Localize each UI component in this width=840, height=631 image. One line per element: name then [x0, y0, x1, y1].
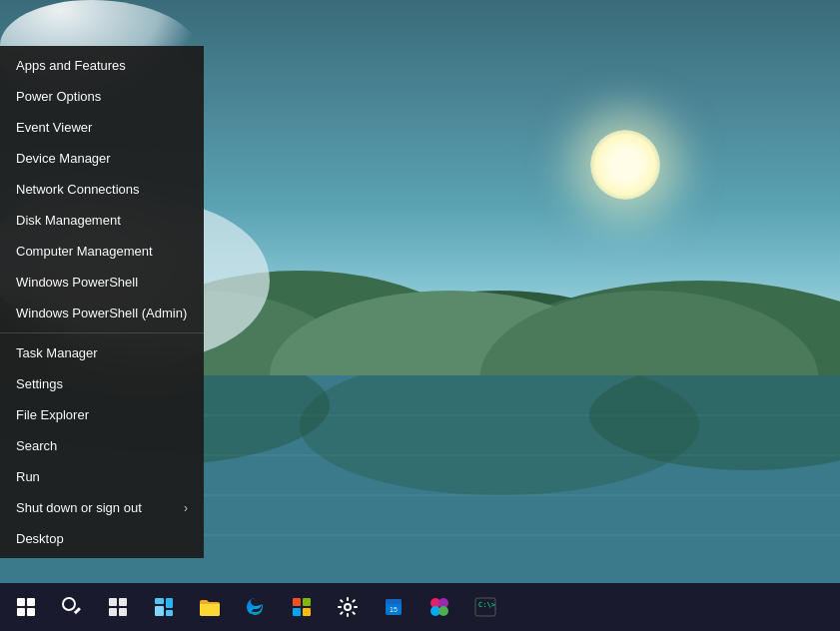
menu-item-windows-powershell-admin[interactable]: Windows PowerShell (Admin) — [0, 298, 204, 328]
windows-icon — [17, 598, 35, 616]
calendar-icon: 15 — [384, 597, 404, 617]
svg-rect-28 — [303, 608, 311, 616]
settings-taskbar-button[interactable] — [326, 585, 370, 629]
widgets-button[interactable] — [142, 585, 186, 629]
file-explorer-button[interactable] — [188, 585, 232, 629]
settings-icon — [338, 597, 358, 617]
svg-text:15: 15 — [390, 606, 398, 613]
menu-item-windows-powershell[interactable]: Windows PowerShell — [0, 267, 204, 298]
menu-item-search[interactable]: Search — [0, 430, 204, 461]
menu-item-desktop[interactable]: Desktop — [0, 523, 204, 554]
svg-rect-25 — [293, 598, 301, 606]
calendar-button[interactable]: 15 — [372, 585, 416, 629]
context-menu: Apps and Features Power Options Event Vi… — [0, 46, 204, 558]
shut-down-arrow-icon: › — [184, 501, 188, 515]
terminal-button[interactable]: C:\>_ — [463, 585, 507, 629]
start-button[interactable] — [4, 585, 48, 629]
svg-rect-21 — [155, 598, 164, 604]
menu-item-device-manager[interactable]: Device Manager — [0, 143, 204, 174]
store-icon — [291, 596, 313, 618]
svg-point-29 — [345, 604, 351, 610]
task-view-button[interactable] — [96, 585, 140, 629]
app1-button[interactable] — [418, 585, 461, 629]
search-button[interactable] — [50, 585, 94, 629]
edge-button[interactable] — [234, 585, 278, 629]
svg-rect-18 — [119, 598, 127, 606]
menu-item-network-connections[interactable]: Network Connections — [0, 174, 204, 205]
menu-item-computer-management[interactable]: Computer Management — [0, 236, 204, 267]
store-button[interactable] — [280, 585, 324, 629]
svg-rect-17 — [109, 598, 117, 606]
svg-rect-24 — [166, 610, 173, 616]
svg-rect-31 — [386, 599, 402, 604]
taskbar: 15 C:\>_ — [0, 583, 840, 631]
svg-rect-20 — [119, 608, 127, 616]
menu-item-event-viewer[interactable]: Event Viewer — [0, 112, 204, 143]
menu-item-settings[interactable]: Settings — [0, 368, 204, 399]
file-explorer-icon — [199, 597, 221, 617]
search-icon — [62, 597, 82, 617]
menu-item-power-options[interactable]: Power Options — [0, 81, 204, 112]
menu-item-shut-down[interactable]: Shut down or sign out › — [0, 492, 204, 523]
svg-rect-27 — [293, 608, 301, 616]
widgets-icon — [154, 597, 174, 617]
menu-item-apps-features[interactable]: Apps and Features — [0, 50, 204, 81]
menu-item-file-explorer[interactable]: File Explorer — [0, 399, 204, 430]
terminal-icon: C:\>_ — [474, 597, 496, 617]
svg-point-36 — [438, 606, 448, 616]
svg-rect-19 — [109, 608, 117, 616]
svg-rect-22 — [155, 606, 164, 616]
svg-rect-23 — [166, 598, 173, 608]
svg-rect-26 — [303, 598, 311, 606]
svg-text:C:\>_: C:\>_ — [478, 601, 496, 609]
menu-item-task-manager[interactable]: Task Manager — [0, 337, 204, 368]
menu-item-disk-management[interactable]: Disk Management — [0, 205, 204, 236]
menu-divider-1 — [0, 332, 204, 333]
edge-icon — [245, 596, 267, 618]
menu-item-run[interactable]: Run — [0, 461, 204, 492]
app1-icon — [428, 596, 450, 618]
task-view-icon — [108, 597, 128, 617]
